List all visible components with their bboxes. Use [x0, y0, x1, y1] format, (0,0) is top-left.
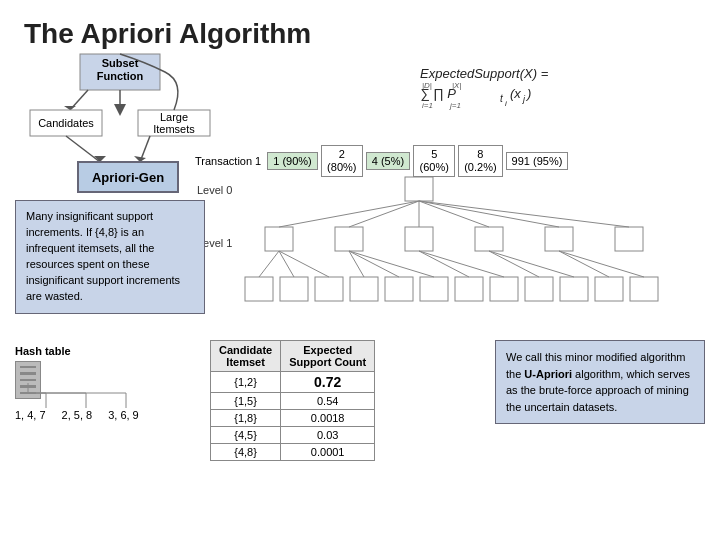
svg-rect-37 — [615, 227, 643, 251]
hash-item-3: 3, 6, 9 — [108, 409, 139, 421]
svg-text:): ) — [525, 86, 531, 101]
svg-text:Apriori-Gen: Apriori-Gen — [92, 170, 164, 185]
svg-text:Large: Large — [160, 111, 188, 123]
col-header-support: ExpectedSupport Count — [281, 341, 375, 372]
svg-rect-51 — [385, 277, 413, 301]
svg-rect-60 — [525, 277, 553, 301]
svg-rect-64 — [595, 277, 623, 301]
svg-text:t: t — [500, 93, 504, 104]
svg-text:ExpectedSupport(X) =: ExpectedSupport(X) = — [420, 66, 549, 81]
u-apriori-label: U-Apriori — [524, 368, 572, 380]
hash-tree-items: 1, 4, 7 2, 5, 8 3, 6, 9 — [15, 409, 139, 421]
svg-rect-44 — [245, 277, 273, 301]
svg-rect-35 — [475, 227, 503, 251]
svg-rect-50 — [350, 277, 378, 301]
svg-text:i=1: i=1 — [422, 101, 433, 110]
col-header-itemset: CandidateItemset — [211, 341, 281, 372]
svg-rect-45 — [280, 277, 308, 301]
hash-book-icon — [15, 361, 41, 399]
support-cell: 0.72 — [281, 372, 375, 393]
hash-table-label: Hash table — [15, 345, 139, 357]
hash-table-area: Hash table 1, 4, 7 2, 5, 8 3, 6, 9 — [15, 345, 139, 421]
table-row: {1,2} 0.72 — [211, 372, 375, 393]
svg-rect-56 — [455, 277, 483, 301]
trans-cell-6: 991 (95%) — [506, 152, 569, 170]
svg-line-47 — [259, 251, 279, 277]
formula-display: ExpectedSupport(X) = ∑ ∏ P t i (x j ) |D… — [420, 58, 700, 121]
svg-text:Candidates: Candidates — [38, 117, 94, 129]
right-info-box: We call this minor modified algorithm th… — [495, 340, 705, 424]
svg-text:Level 0: Level 0 — [197, 184, 232, 196]
trans-cell-1: 1 (90%) — [267, 152, 318, 170]
svg-text:j: j — [522, 94, 526, 104]
support-cell: 0.03 — [281, 427, 375, 444]
table-row: {4,8} 0.0001 — [211, 444, 375, 461]
svg-rect-57 — [490, 277, 518, 301]
svg-text:(x: (x — [510, 86, 521, 101]
svg-rect-33 — [335, 227, 363, 251]
itemset-cell: {1,5} — [211, 393, 281, 410]
svg-line-42 — [419, 201, 559, 227]
svg-rect-30 — [405, 177, 433, 201]
svg-text:|X|: |X| — [452, 81, 462, 90]
svg-line-12 — [66, 136, 100, 162]
svg-rect-61 — [560, 277, 588, 301]
svg-rect-65 — [630, 277, 658, 301]
transaction-label: Transaction 1 — [195, 155, 261, 167]
table-row: {1,8} 0.0018 — [211, 410, 375, 427]
svg-rect-36 — [545, 227, 573, 251]
svg-text:|D|: |D| — [422, 81, 432, 90]
itemset-cell: {4,8} — [211, 444, 281, 461]
info-text: Many insignificant support increments. I… — [26, 210, 180, 302]
svg-line-38 — [279, 201, 419, 227]
itemset-cell: {4,5} — [211, 427, 281, 444]
hash-item-1: 1, 4, 7 — [15, 409, 46, 421]
svg-text:Itemsets: Itemsets — [153, 123, 195, 135]
svg-line-39 — [349, 201, 419, 227]
candidate-table: CandidateItemset ExpectedSupport Count {… — [210, 340, 375, 461]
trans-cell-3: 4 (5%) — [366, 152, 410, 170]
svg-text:i: i — [505, 99, 507, 108]
support-cell: 0.0018 — [281, 410, 375, 427]
svg-line-43 — [419, 201, 629, 227]
info-box: Many insignificant support increments. I… — [15, 200, 205, 314]
svg-text:j=1: j=1 — [449, 101, 461, 110]
itemset-cell: {1,2} — [211, 372, 281, 393]
svg-marker-5 — [64, 106, 76, 110]
tree-svg: Level 0 Level 1 — [195, 172, 675, 337]
svg-text:Function: Function — [97, 70, 144, 82]
hash-item-2: 2, 5, 8 — [62, 409, 93, 421]
page: The Apriori Algorithm Subset Function Ca… — [0, 0, 720, 540]
page-title: The Apriori Algorithm — [24, 18, 696, 50]
candidate-table-area: CandidateItemset ExpectedSupport Count {… — [210, 340, 375, 461]
support-cell: 0.54 — [281, 393, 375, 410]
svg-rect-34 — [405, 227, 433, 251]
svg-rect-52 — [420, 277, 448, 301]
svg-rect-46 — [315, 277, 343, 301]
formula-svg: ExpectedSupport(X) = ∑ ∏ P t i (x j ) |D… — [420, 58, 700, 118]
table-row: {4,5} 0.03 — [211, 427, 375, 444]
itemset-cell: {1,8} — [211, 410, 281, 427]
support-cell: 0.0001 — [281, 444, 375, 461]
table-row: {1,5} 0.54 — [211, 393, 375, 410]
svg-rect-32 — [265, 227, 293, 251]
